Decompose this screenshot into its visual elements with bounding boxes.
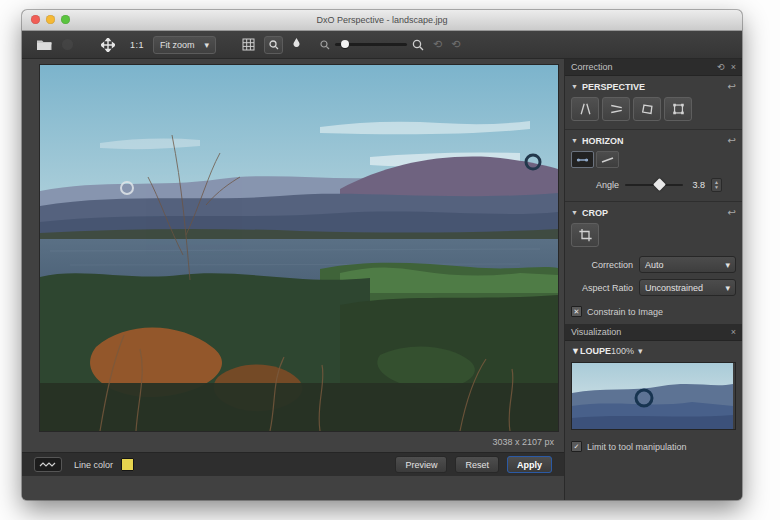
loupe-tool-button[interactable]: [264, 36, 283, 54]
collapse-triangle-icon: ▼: [571, 209, 578, 216]
line-color-label: Line color: [74, 460, 113, 470]
chevron-down-icon: ▾: [638, 346, 643, 356]
crop-correction-value: Auto: [645, 260, 664, 270]
canvas-column: 3038 x 2107 px Line color Preview Reset …: [22, 59, 564, 500]
aspect-ratio-value: Unconstrained: [645, 283, 703, 293]
chevron-down-icon: ▾: [205, 40, 210, 50]
image-canvas[interactable]: [39, 64, 559, 432]
zoom-window-button[interactable]: [61, 15, 70, 24]
horizon-tools: [565, 149, 742, 172]
crop-reset-icon[interactable]: ↩: [728, 207, 736, 218]
crop-section-label: CROP: [582, 208, 608, 218]
perspective-reset-icon[interactable]: ↩: [728, 81, 736, 92]
right-panel: Correction ⟲ × ▼ PERSPECTIVE ↩: [564, 59, 742, 500]
app-window: DxO Perspective - landscape.jpg 1:1 Fit …: [22, 10, 742, 500]
force-8-points-button[interactable]: [664, 97, 692, 121]
zoom-slider[interactable]: [335, 43, 407, 46]
chevron-down-icon: ▾: [725, 260, 730, 270]
image-dimensions-label: 3038 x 2107 px: [492, 437, 554, 447]
loupe-zoom-value: 100%: [611, 346, 634, 356]
constrain-to-image-row: ✕ Constrain to Image: [565, 299, 742, 324]
visualization-panel-header: Visualization ×: [565, 324, 742, 341]
crop-tools: [565, 221, 742, 253]
horizon-auto-level-button[interactable]: [596, 151, 619, 168]
content-area: 3038 x 2107 px Line color Preview Reset …: [22, 59, 742, 500]
force-vertical-parallel-button[interactable]: [571, 97, 599, 121]
force-rectangle-button[interactable]: [633, 97, 661, 121]
angle-slider-handle[interactable]: [653, 178, 666, 191]
stepper-down-icon[interactable]: ▼: [714, 185, 719, 190]
title-bar: DxO Perspective - landscape.jpg: [22, 10, 742, 31]
correction-panel-title: Correction: [571, 62, 613, 72]
crop-tool-button[interactable]: [571, 223, 599, 247]
window-title: DxO Perspective - landscape.jpg: [316, 15, 447, 25]
crop-correction-label: Correction: [571, 260, 633, 270]
crop-correction-row: Correction Auto ▾: [565, 253, 742, 276]
open-file-icon[interactable]: [36, 38, 53, 51]
aspect-ratio-row: Aspect Ratio Unconstrained ▾: [565, 276, 742, 299]
zoom-slider-handle[interactable]: [341, 40, 349, 48]
constrain-to-image-label: Constrain to Image: [587, 307, 663, 317]
zoom-in-icon[interactable]: [412, 39, 424, 51]
apply-button[interactable]: Apply: [507, 456, 552, 473]
landscape-photo: [40, 65, 558, 431]
limit-to-tool-label: Limit to tool manipulation: [587, 442, 687, 452]
footer-bar: Line color Preview Reset Apply: [22, 452, 564, 476]
line-color-swatch[interactable]: [121, 458, 134, 471]
perspective-section-label: PERSPECTIVE: [582, 82, 645, 92]
horizon-reset-icon[interactable]: ↩: [728, 135, 736, 146]
main-toolbar: 1:1 Fit zoom ▾: [22, 31, 742, 59]
constrain-to-image-checkbox[interactable]: ✕: [571, 306, 582, 317]
angle-row: Angle 3.8 ▲ ▼: [565, 172, 742, 202]
angle-value: 3.8: [689, 180, 705, 190]
undo-icon: ⟲: [433, 38, 442, 51]
pan-tool-icon[interactable]: [101, 38, 115, 52]
fit-zoom-label: Fit zoom: [160, 40, 195, 50]
collapse-triangle-icon: ▼: [571, 83, 578, 90]
limit-to-tool-checkbox[interactable]: ✓: [571, 441, 582, 452]
zoom-1to1-button[interactable]: 1:1: [130, 40, 144, 50]
loupe-preview[interactable]: [571, 362, 736, 430]
loupe-section-label: LOUPE: [580, 346, 611, 356]
line-style-button[interactable]: [34, 457, 62, 472]
save-icon: [62, 39, 73, 50]
crop-correction-select[interactable]: Auto ▾: [639, 256, 736, 273]
loupe-image: [572, 363, 733, 429]
collapse-triangle-icon: ▼: [571, 137, 578, 144]
collapse-panel-icon[interactable]: ×: [731, 62, 736, 72]
perspective-tools: [565, 95, 742, 130]
traffic-lights: [31, 15, 70, 24]
zoom-slider-group: [320, 39, 424, 51]
reset-all-icon[interactable]: ⟲: [717, 62, 725, 72]
perspective-section-header[interactable]: ▼ PERSPECTIVE ↩: [565, 76, 742, 95]
reset-button[interactable]: Reset: [455, 456, 499, 473]
loupe-section-header[interactable]: ▼ LOUPE 100% ▾: [565, 341, 742, 359]
visualization-panel-title: Visualization: [571, 327, 621, 337]
angle-slider[interactable]: [625, 184, 683, 186]
horizon-section-header[interactable]: ▼ HORIZON ↩: [565, 130, 742, 149]
preview-button[interactable]: Preview: [395, 456, 447, 473]
close-window-button[interactable]: [31, 15, 40, 24]
collapse-triangle-icon: ▼: [571, 346, 580, 356]
aspect-ratio-select[interactable]: Unconstrained ▾: [639, 279, 736, 296]
limit-to-tool-row: ✓ Limit to tool manipulation: [565, 434, 742, 459]
collapse-panel-icon[interactable]: ×: [731, 327, 736, 337]
crop-section-header[interactable]: ▼ CROP ↩: [565, 202, 742, 221]
chevron-down-icon: ▾: [725, 283, 730, 293]
zoom-out-icon[interactable]: [320, 40, 330, 50]
correction-panel-header: Correction ⟲ ×: [565, 59, 742, 76]
angle-stepper[interactable]: ▲ ▼: [711, 178, 722, 192]
fit-zoom-dropdown[interactable]: Fit zoom ▾: [153, 36, 216, 54]
eyedropper-icon[interactable]: [292, 38, 301, 52]
minimize-window-button[interactable]: [46, 15, 55, 24]
force-horizontal-parallel-button[interactable]: [602, 97, 630, 121]
grid-overlay-icon[interactable]: [242, 38, 255, 51]
horizon-section-label: HORIZON: [582, 136, 624, 146]
angle-label: Angle: [571, 180, 619, 190]
loupe-zoom-select[interactable]: 100% ▾: [611, 346, 643, 356]
redo-icon: ⟲: [451, 38, 460, 51]
aspect-ratio-label: Aspect Ratio: [571, 283, 633, 293]
horizon-line-tool-button[interactable]: [571, 151, 594, 168]
